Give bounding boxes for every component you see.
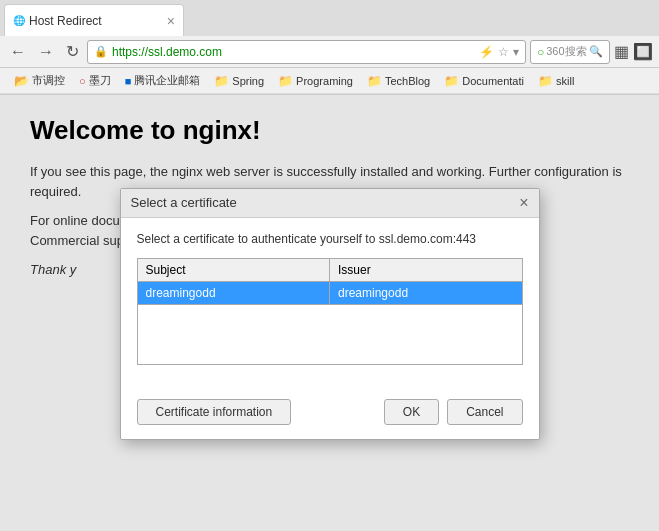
bookmark-label: Documentati [462,75,524,87]
search-icon: 🔍 [589,45,603,58]
folder-icon: 📁 [538,74,553,88]
search-label: 360搜索 [546,44,586,59]
bookmark-techblog[interactable]: 📁 TechBlog [361,72,436,90]
address-url: https://ssl.demo.com [112,45,222,59]
col-header-subject: Subject [137,258,330,281]
folder-icon: 📁 [367,74,382,88]
cert-dialog: Select a certificate × Select a certific… [120,188,540,440]
bookmark-programming[interactable]: 📁 Programing [272,72,359,90]
bookmark-label: Spring [232,75,264,87]
bookmark-label: TechBlog [385,75,430,87]
dialog-action-buttons: OK Cancel [384,399,523,425]
tab-favicon: 🌐 [13,15,25,26]
dialog-overlay: Select a certificate × Select a certific… [0,95,659,531]
bookmark-market[interactable]: 📂 市调控 [8,71,71,90]
bookmark-tencent[interactable]: ■ 腾讯企业邮箱 [119,71,207,90]
folder-icon: 📁 [444,74,459,88]
tab-bar: 🌐 Host Redirect × [0,0,659,36]
grid-icon[interactable]: ▦ [614,42,629,61]
dialog-close-button[interactable]: × [519,195,528,211]
tab-close-button[interactable]: × [167,13,175,29]
bookmarks-bar: 📂 市调控 ○ 墨刀 ■ 腾讯企业邮箱 📁 Spring 📁 Programin… [0,68,659,94]
cert-row-selected[interactable]: dreamingodd dreamingodd [137,281,522,304]
bookmark-motu[interactable]: ○ 墨刀 [73,71,117,90]
bookmark-label: 墨刀 [89,73,111,88]
dropdown-icon: ▾ [513,45,519,59]
folder-icon: 📁 [278,74,293,88]
cert-issuer: dreamingodd [330,281,523,304]
secure-icon: 🔒 [94,45,108,58]
dialog-body: Select a certificate to authenticate you… [121,218,539,391]
search-logo: ○ [537,45,544,59]
bookmark-label: 腾讯企业邮箱 [134,73,200,88]
bookmark-label: 市调控 [32,73,65,88]
bolt-icon: ⚡ [479,45,494,59]
browser-chrome: 🌐 Host Redirect × ← → ↻ 🔒 https://ssl.de… [0,0,659,95]
bookmark-label: skill [556,75,574,87]
bookmark-label: Programing [296,75,353,87]
browser-icon[interactable]: 🔲 [633,42,653,61]
page-content: Welcome to nginx! If you see this page, … [0,95,659,531]
bookmark-documentati[interactable]: 📁 Documentati [438,72,530,90]
dialog-title-bar: Select a certificate × [121,189,539,218]
bookmark-icon: ○ [79,75,86,87]
nav-right: ○ 360搜索 🔍 ▦ 🔲 [530,40,653,64]
dialog-footer: Certificate information OK Cancel [121,391,539,439]
bookmark-icon: ■ [125,75,132,87]
forward-button[interactable]: → [34,41,58,63]
address-bar[interactable]: 🔒 https://ssl.demo.com ⚡ ☆ ▾ [87,40,526,64]
bookmark-skill[interactable]: 📁 skill [532,72,580,90]
nav-bar: ← → ↻ 🔒 https://ssl.demo.com ⚡ ☆ ▾ ○ 360… [0,36,659,68]
cert-info-button[interactable]: Certificate information [137,399,292,425]
active-tab[interactable]: 🌐 Host Redirect × [4,4,184,36]
cancel-button[interactable]: Cancel [447,399,522,425]
star-icon: ☆ [498,45,509,59]
back-button[interactable]: ← [6,41,30,63]
cert-empty-cell [137,304,522,364]
folder-icon: 📁 [214,74,229,88]
cert-subject: dreamingodd [137,281,330,304]
dialog-title: Select a certificate [131,195,237,210]
folder-icon: 📂 [14,74,29,88]
cert-table: Subject Issuer dreamingodd dreamingodd [137,258,523,365]
search-box[interactable]: ○ 360搜索 🔍 [530,40,610,64]
tab-title: Host Redirect [29,14,163,28]
bookmark-spring[interactable]: 📁 Spring [208,72,270,90]
cert-row-empty[interactable] [137,304,522,364]
ok-button[interactable]: OK [384,399,439,425]
col-header-issuer: Issuer [330,258,523,281]
refresh-button[interactable]: ↻ [62,40,83,63]
dialog-description: Select a certificate to authenticate you… [137,232,523,246]
